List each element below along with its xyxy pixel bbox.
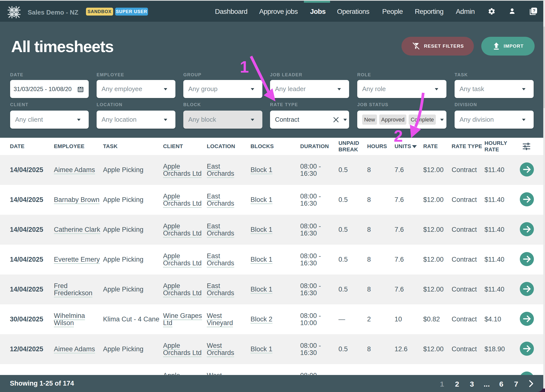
svg-text:?: ? bbox=[533, 8, 535, 13]
